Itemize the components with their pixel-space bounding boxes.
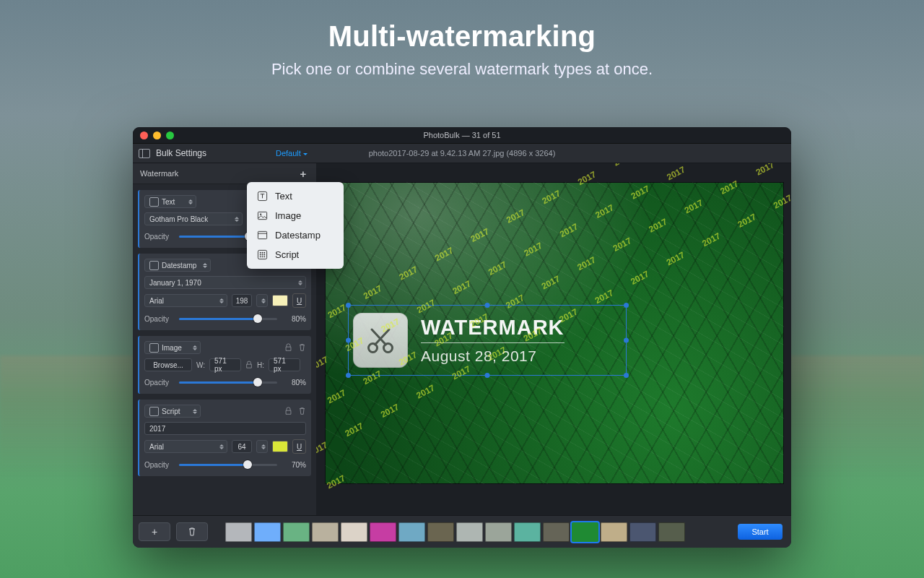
thumbnail[interactable]	[514, 522, 541, 542]
opacity-value: 80%	[282, 379, 306, 387]
app-window: PhotoBulk — 31 of 51 Bulk Settings Defau…	[133, 127, 791, 548]
hero-title: Multi-watermarking	[0, 20, 924, 53]
color-swatch[interactable]	[272, 441, 289, 452]
panel-title: Bulk Settings	[156, 148, 206, 158]
text-icon	[257, 191, 268, 202]
thumbnail-strip	[225, 522, 685, 542]
datestamp-icon	[257, 230, 268, 241]
watermark-block-image: Image Browse... W: 571 px H:	[138, 336, 311, 394]
thumbnail[interactable]	[485, 522, 512, 542]
overlay-title: WATERMARK	[421, 316, 565, 343]
svg-rect-3	[258, 212, 266, 219]
svg-point-15	[263, 256, 265, 257]
thumbnail[interactable]	[658, 522, 685, 542]
watermark-type-select[interactable]: Script	[144, 405, 201, 418]
thumbnail[interactable]	[370, 522, 396, 542]
script-text-input[interactable]: 2017	[144, 422, 306, 435]
date-format-select[interactable]: January 1, 1970	[144, 276, 306, 289]
image-icon	[149, 343, 159, 353]
svg-point-13	[260, 256, 261, 257]
preset-dropdown[interactable]: Default	[276, 149, 308, 158]
overlay-date: August 28, 2017	[421, 348, 565, 365]
opacity-label: Opacity	[144, 379, 175, 387]
svg-point-12	[263, 254, 265, 256]
thumbnail[interactable]	[254, 522, 281, 542]
watermark-type-select[interactable]: Image	[144, 341, 201, 354]
height-input[interactable]: 571 px	[269, 358, 300, 371]
add-watermark-button[interactable]: +	[297, 168, 309, 179]
thumbnail[interactable]	[629, 522, 656, 542]
lock-icon[interactable]	[284, 407, 292, 415]
opacity-value: 70%	[282, 461, 306, 469]
thumbnail[interactable]	[283, 522, 310, 542]
zoom-icon[interactable]	[166, 131, 174, 139]
hero: Multi-watermarking Pick one or combine s…	[0, 0, 924, 79]
preview-canvas[interactable]: WATERMARK August 28, 2017	[325, 182, 784, 484]
thumbnail[interactable]	[225, 522, 252, 542]
datestamp-icon	[149, 261, 159, 270]
watermark-type-select[interactable]: Datestamp	[144, 259, 211, 272]
thumbnail[interactable]	[456, 522, 483, 542]
font-select[interactable]: Gotham Pro Black	[144, 212, 243, 225]
svg-point-9	[263, 252, 265, 254]
add-image-button[interactable]: +	[139, 522, 170, 541]
popover-item-text[interactable]: Text	[247, 186, 344, 206]
popover-item-script[interactable]: Script	[247, 245, 344, 264]
thumbnail[interactable]	[601, 522, 627, 542]
hero-subtitle: Pick one or combine several watermark ty…	[0, 60, 924, 79]
thumbnail[interactable]	[543, 522, 570, 542]
font-size-input[interactable]: 64	[232, 440, 252, 453]
remove-image-button[interactable]	[176, 522, 208, 541]
opacity-value: 80%	[282, 315, 306, 323]
font-select[interactable]: Arial	[144, 440, 227, 453]
thumbnail[interactable]	[341, 522, 367, 542]
lock-aspect-icon[interactable]	[245, 361, 253, 369]
add-watermark-popover: Text Image Datestamp Script	[247, 182, 344, 269]
svg-point-7	[260, 252, 261, 254]
toolbar: Bulk Settings Default photo2017-08-29 at…	[133, 144, 791, 163]
thumbnail[interactable]	[398, 522, 425, 542]
text-icon	[149, 197, 159, 207]
thumbnail[interactable]	[312, 522, 339, 542]
current-file-label: photo2017-08-29 at 9.42.13 AM 27.jpg (48…	[133, 149, 791, 158]
svg-point-4	[260, 214, 261, 215]
thumbnail[interactable]	[427, 522, 454, 542]
opacity-label: Opacity	[144, 315, 175, 323]
titlebar: PhotoBulk — 31 of 51	[133, 127, 791, 144]
opacity-slider[interactable]	[179, 312, 277, 325]
size-stepper[interactable]	[256, 440, 267, 453]
close-icon[interactable]	[140, 131, 148, 139]
sidebar-toggle[interactable]: Bulk Settings	[133, 148, 206, 158]
font-size-input[interactable]: 198	[232, 294, 252, 307]
watermark-type-select[interactable]: Text	[144, 195, 196, 208]
underline-button[interactable]: U	[292, 439, 306, 454]
trash-icon[interactable]	[298, 407, 306, 415]
footer: + Start	[133, 515, 791, 548]
window-controls	[133, 131, 174, 139]
svg-point-10	[260, 254, 261, 256]
scissors-icon	[353, 313, 408, 368]
opacity-slider[interactable]	[179, 458, 277, 471]
lock-icon[interactable]	[284, 343, 292, 352]
window-title: PhotoBulk — 31 of 51	[133, 131, 791, 139]
opacity-slider[interactable]	[179, 376, 277, 389]
sidebar-icon	[139, 149, 150, 158]
thumbnail[interactable]	[572, 522, 598, 542]
size-stepper[interactable]	[256, 294, 267, 307]
watermark-overlay[interactable]: WATERMARK August 28, 2017	[348, 305, 627, 376]
section-header-watermark: Watermark +	[133, 163, 316, 184]
underline-button[interactable]: U	[292, 293, 306, 308]
popover-item-datestamp[interactable]: Datestamp	[247, 225, 344, 245]
popover-item-image[interactable]: Image	[247, 206, 344, 225]
minimize-icon[interactable]	[153, 131, 161, 139]
section-title: Watermark	[140, 169, 178, 178]
preview-area: WATERMARK August 28, 2017	[316, 163, 791, 517]
browse-button[interactable]: Browse...	[144, 358, 192, 371]
start-button[interactable]: Start	[738, 524, 783, 540]
width-input[interactable]: 571 px	[209, 358, 241, 371]
color-swatch[interactable]	[272, 295, 289, 306]
svg-point-14	[262, 256, 263, 257]
width-label: W:	[196, 361, 205, 369]
font-select[interactable]: Arial	[144, 294, 227, 307]
trash-icon[interactable]	[298, 343, 306, 352]
